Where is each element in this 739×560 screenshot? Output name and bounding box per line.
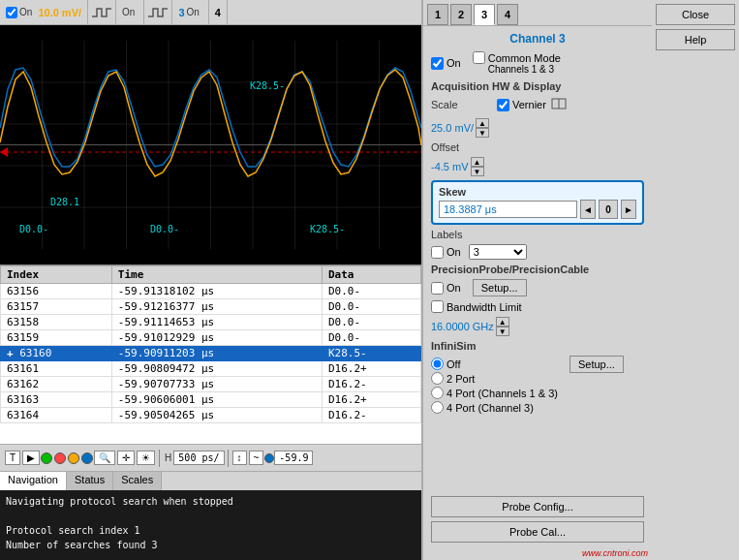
offset-value: -4.5 mV: [431, 161, 469, 172]
offset-up-btn[interactable]: ▲: [471, 157, 484, 167]
ch-tab-4[interactable]: 4: [497, 4, 518, 25]
scale-value-row: 25.0 mV/ ▲ ▼: [431, 118, 644, 138]
waveform-svg: D28.1 K28.5- D0.0- D0.0- K28.5-: [0, 25, 421, 264]
svg-text:D28.1: D28.1: [50, 197, 79, 207]
bandwidth-checkbox[interactable]: [431, 300, 444, 313]
cell-data: D16.2+: [323, 361, 421, 377]
skew-label: Skew: [439, 186, 636, 198]
precision-on-text: On: [446, 282, 461, 294]
skew-right-btn[interactable]: ►: [621, 200, 636, 219]
cell-data: D0.0-: [323, 315, 421, 330]
infinisim-title-row: InfiniSim: [431, 340, 644, 352]
channel-title: Channel 3: [431, 32, 644, 46]
common-mode-label[interactable]: Common Mode: [473, 51, 561, 64]
bandwidth-checkbox-label[interactable]: Bandwidth Limit: [431, 300, 522, 313]
bw-down-btn[interactable]: ▼: [496, 327, 509, 336]
labels-on-label[interactable]: On: [431, 246, 461, 259]
infinisim-4port-13-label[interactable]: 4 Port (Channels 1 & 3): [431, 387, 558, 399]
infinisim-2port-label[interactable]: 2 Port: [431, 372, 558, 385]
table-row[interactable]: + 63160-59.90911203 μsK28.5-: [1, 346, 421, 361]
trig-mode-btn[interactable]: ~: [249, 451, 264, 465]
scale-up-btn[interactable]: ▲: [476, 118, 489, 128]
scope-header: On 10.0 mV/ On 3 On 4: [0, 0, 421, 25]
offset-value-row: -4.5 mV ▲ ▼: [431, 157, 644, 176]
zoom-btn[interactable]: 🔍: [94, 451, 115, 465]
help-btn[interactable]: Help: [656, 29, 735, 50]
ch-indicator-green: [41, 452, 52, 464]
ch-indicator-blue: [81, 452, 93, 464]
infinisim-4port-3-radio[interactable]: [431, 401, 444, 414]
precision-on-label[interactable]: On: [431, 282, 461, 295]
ch3-header: 3 On: [172, 0, 208, 24]
labels-dropdown[interactable]: 3: [469, 244, 527, 260]
trigger-mode-btn[interactable]: T: [5, 451, 20, 465]
table-row[interactable]: 63159-59.91012929 μsD0.0-: [1, 330, 421, 346]
on-checkbox-label[interactable]: On: [431, 57, 461, 70]
ch1-tab[interactable]: On 10.0 mV/: [0, 0, 88, 24]
scale-down-btn[interactable]: ▼: [476, 128, 489, 138]
svg-text:D0.0-: D0.0-: [19, 224, 48, 234]
tab-scales[interactable]: Scales: [113, 472, 162, 490]
table-row[interactable]: 63158-59.91114653 μsD0.0-: [1, 315, 421, 330]
precision-on-checkbox[interactable]: [431, 282, 444, 295]
infinisim-2port-text: 2 Port: [446, 373, 475, 385]
infinisim-off-label[interactable]: Off: [431, 358, 558, 370]
close-btn[interactable]: Close: [656, 4, 735, 25]
skew-value: 18.3887 μs: [439, 201, 577, 218]
bw-up-btn[interactable]: ▲: [496, 317, 509, 327]
hw-section-title: Acquisition HW & Display: [431, 80, 644, 92]
on-checkbox[interactable]: [431, 57, 444, 70]
cell-index: 63163: [1, 392, 112, 408]
scope-display: D28.1 K28.5- D0.0- D0.0- K28.5-: [0, 25, 421, 264]
labels-on-checkbox[interactable]: [431, 246, 444, 259]
table-row[interactable]: 63157-59.91216377 μsD0.0-: [1, 299, 421, 315]
table-row[interactable]: 63163-59.90606001 μsD16.2+: [1, 392, 421, 408]
svg-text:D0.0-: D0.0-: [150, 224, 179, 234]
table-row[interactable]: 63162-59.90707733 μsD16.2-: [1, 377, 421, 392]
vernier-label[interactable]: Vernier: [497, 99, 546, 111]
infinisim-off-radio[interactable]: [431, 358, 444, 370]
cell-data: D16.2-: [323, 408, 421, 423]
channels-label: Channels 1 & 3: [488, 64, 561, 75]
tab-status[interactable]: Status: [67, 472, 113, 490]
infinisim-4port-13-radio[interactable]: [431, 387, 444, 399]
nav-line1: Navigating protocol search when stopped: [6, 494, 416, 509]
skew-left-btn[interactable]: ◄: [580, 200, 596, 219]
ch2-tab[interactable]: On: [116, 0, 144, 24]
infinisim-2port-radio[interactable]: [431, 372, 444, 385]
scale-row: Scale Vernier: [431, 95, 644, 114]
probe-cal-btn[interactable]: Probe Cal...: [431, 521, 644, 543]
common-mode-checkbox[interactable]: [473, 51, 485, 64]
run-stop-btn[interactable]: ▶: [22, 451, 40, 465]
tab-navigation[interactable]: Navigation: [0, 472, 67, 490]
bandwidth-value-row: 16.0000 GHz ▲ ▼: [431, 317, 644, 336]
infinisim-setup-btn[interactable]: Setup...: [570, 356, 624, 373]
trigger-value: -59.9: [274, 451, 313, 465]
offset-down-btn[interactable]: ▼: [471, 167, 484, 176]
labels-label: Labels: [431, 229, 489, 240]
table-row[interactable]: 63164-59.90504265 μsD16.2-: [1, 408, 421, 423]
vernier-icon: [550, 95, 568, 114]
table-row[interactable]: 63156-59.91318102 μsD0.0-: [1, 284, 421, 299]
ch-tab-2[interactable]: 2: [450, 4, 472, 25]
precision-setup-btn[interactable]: Setup...: [473, 279, 527, 296]
waveform-icon2: [144, 0, 172, 24]
trig-arrow-btn[interactable]: ↕: [232, 451, 247, 465]
cell-index: 63157: [1, 299, 112, 315]
table-row[interactable]: 63161-59.90809472 μsD16.2+: [1, 361, 421, 377]
data-table-container: Index Time Data 63156-59.91318102 μsD0.0…: [0, 264, 421, 444]
svg-text:K28.5-: K28.5-: [310, 224, 345, 234]
cell-time: -59.91216377 μs: [111, 299, 322, 315]
ch-tab-3[interactable]: 3: [474, 4, 495, 25]
infinisim-4port-3-label[interactable]: 4 Port (Channel 3): [431, 401, 558, 414]
vernier-checkbox[interactable]: [497, 99, 509, 111]
ch1-checkbox[interactable]: [6, 7, 17, 18]
probe-config-btn[interactable]: Probe Config...: [431, 496, 644, 517]
cursor-btn[interactable]: ✛: [117, 451, 135, 465]
meas-btn[interactable]: ☀: [137, 451, 155, 465]
skew-zero-btn[interactable]: 0: [599, 200, 618, 219]
ch-tab-1[interactable]: 1: [427, 4, 448, 25]
infinisim-off-text: Off: [446, 358, 460, 370]
cell-index: + 63160: [1, 346, 112, 361]
channel-tabs: 1 2 3 4: [423, 0, 652, 26]
